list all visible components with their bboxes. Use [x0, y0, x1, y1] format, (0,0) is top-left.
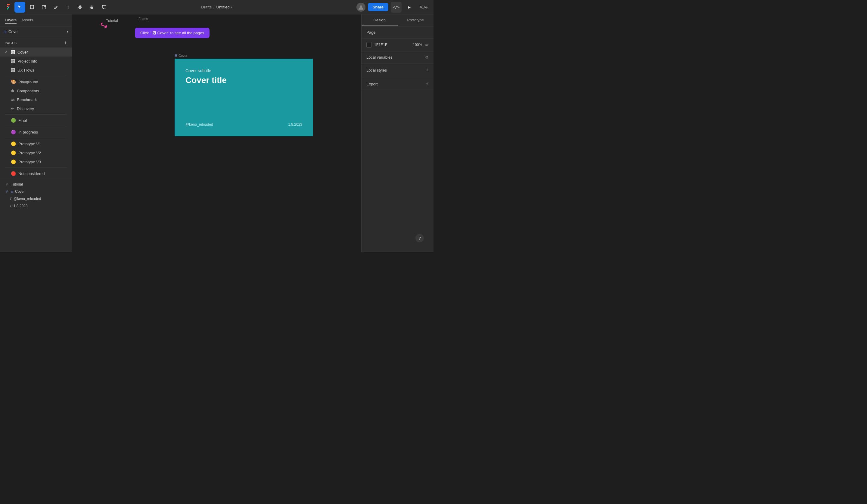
tutorial-tooltip: Click " 🖼 Cover" to see all the pages: [135, 28, 210, 38]
divider-1: [5, 76, 67, 76]
cover-frame-label: ⊞ Cover: [175, 54, 313, 57]
page-final-icon: 🟢: [11, 118, 16, 123]
page-components-label: Components: [17, 89, 39, 93]
layer-keno-label: @keno_reloaded: [13, 197, 41, 201]
add-page-button[interactable]: +: [64, 40, 67, 46]
page-not-considered-label: Not considered: [18, 172, 45, 176]
divider-2: [5, 114, 67, 114]
figma-logo[interactable]: [3, 2, 13, 12]
current-page-icon: ⊞: [3, 30, 7, 34]
page-label: Page: [366, 30, 375, 35]
layer-date-text[interactable]: T 1.8.2023: [0, 202, 72, 210]
frame-label: Frame: [138, 17, 148, 20]
page-item-cover[interactable]: ✓ 🖼 Cover: [0, 47, 72, 56]
svg-rect-0: [30, 6, 33, 9]
file-title[interactable]: Untitled ▾: [216, 5, 233, 9]
page-item-playground[interactable]: 🎨 Playground: [0, 77, 72, 86]
cover-date: 1.8.2023: [288, 122, 302, 127]
page-ux-flows-icon: 🖼: [11, 68, 15, 73]
zoom-level-button[interactable]: 41%: [417, 3, 430, 11]
layer-text-t-icon2: T: [10, 204, 12, 208]
page-benchmark-label: Benchmark: [17, 97, 37, 102]
page-prototype-v3-icon: 🟡: [11, 160, 16, 164]
page-prototype-v2-icon: 🟡: [11, 150, 16, 155]
layer-frame-grid-icon: #: [5, 190, 9, 193]
page-item-ux-flows[interactable]: 🖼 UX Flows: [0, 66, 72, 75]
visibility-toggle-button[interactable]: [425, 42, 429, 47]
local-styles-header: Local styles +: [366, 67, 429, 73]
layer-keno-text[interactable]: T @keno_reloaded: [0, 195, 72, 202]
page-item-prototype-v1[interactable]: 🟡 Prototype V1: [0, 139, 72, 148]
cover-footer: @keno_reloaded 1.8.2023: [185, 122, 302, 127]
page-cover-label: Cover: [18, 50, 28, 54]
avatar: [356, 3, 365, 12]
page-components-icon: ❄: [11, 88, 14, 93]
layer-cover-frame-icon: ⊞: [11, 190, 13, 193]
page-playground-label: Playground: [18, 80, 38, 84]
layer-date-label: 1.8.2023: [13, 204, 28, 208]
pen-tool-button[interactable]: [51, 2, 61, 13]
hand-tool-button[interactable]: [87, 2, 98, 13]
play-button[interactable]: ▶: [404, 2, 415, 13]
page-cover-icon: 🖼: [11, 50, 15, 54]
text-tool-button[interactable]: T: [63, 2, 74, 13]
comment-tool-button[interactable]: [99, 2, 109, 13]
add-local-style-button[interactable]: +: [425, 67, 429, 73]
help-button[interactable]: ?: [416, 234, 424, 242]
local-variables-settings-icon[interactable]: ⚙: [425, 55, 429, 59]
cover-frame-name: Cover: [179, 54, 187, 57]
page-item-benchmark[interactable]: 33 Benchmark: [0, 95, 72, 104]
local-variables-label: Local variables: [366, 55, 393, 59]
layers-section: # Tutorial # ⊞ Cover T @keno_reloaded T …: [0, 178, 72, 212]
divider-3: [5, 126, 67, 126]
page-item-prototype-v2[interactable]: 🟡 Prototype V2: [0, 148, 72, 157]
canvas-area[interactable]: Frame ↩ Tutorial Click " 🖼 Cover" to see…: [72, 14, 361, 252]
page-playground-icon: 🎨: [11, 79, 16, 84]
page-color-hex[interactable]: 1E1E1E: [374, 43, 410, 47]
components-tool-button[interactable]: [75, 2, 85, 13]
page-item-components[interactable]: ❄ Components: [0, 86, 72, 95]
page-section: Page: [362, 26, 434, 39]
right-panel-tabs: Design Prototype: [362, 14, 434, 26]
title-chevron-icon: ▾: [231, 6, 233, 9]
title-text: Untitled: [216, 5, 230, 9]
cover-author: @keno_reloaded: [185, 122, 213, 127]
page-color-row: 1E1E1E 100%: [362, 39, 434, 52]
page-item-in-progress[interactable]: 🟣 In progress: [0, 128, 72, 136]
text-tool-icon: T: [66, 4, 69, 10]
page-color-opacity[interactable]: 100%: [413, 43, 422, 47]
add-export-button[interactable]: +: [425, 81, 429, 87]
page-in-progress-label: In progress: [18, 130, 38, 134]
select-tool-button[interactable]: [14, 2, 25, 13]
local-styles-section: Local styles +: [362, 64, 434, 77]
layer-cover-label: Cover: [15, 189, 25, 194]
check-icon: ✓: [5, 51, 8, 54]
code-button[interactable]: </>: [391, 2, 402, 13]
drafts-link[interactable]: Drafts: [201, 5, 212, 9]
page-discovery-icon: ✏: [11, 106, 14, 111]
frame-tool-button[interactable]: [26, 2, 37, 13]
page-item-project-info[interactable]: 🖼 Project Info: [0, 56, 72, 66]
pages-label: Pages: [5, 41, 17, 45]
page-not-considered-icon: 🔴: [11, 171, 16, 176]
tab-design[interactable]: Design: [362, 14, 398, 26]
cover-frame[interactable]: Cover subtitle Cover title @keno_reloade…: [175, 59, 313, 136]
shape-tool-button[interactable]: [39, 2, 50, 13]
layer-cover-frame[interactable]: # ⊞ Cover: [0, 188, 72, 195]
page-item-not-considered[interactable]: 🔴 Not considered: [0, 169, 72, 178]
layer-tutorial-label: Tutorial: [11, 182, 23, 186]
page-item-discovery[interactable]: ✏ Discovery: [0, 104, 72, 113]
tab-prototype[interactable]: Prototype: [398, 14, 434, 26]
tab-layers[interactable]: Layers: [5, 17, 17, 24]
page-project-info-icon: 🖼: [11, 59, 15, 64]
share-button[interactable]: Share: [368, 3, 388, 11]
current-page-chevron-icon[interactable]: ▾: [67, 30, 68, 33]
page-item-prototype-v3[interactable]: 🟡 Prototype V3: [0, 157, 72, 166]
pages-list: ✓ 🖼 Cover 🖼 Project Info 🖼 UX Flows 🎨: [0, 47, 72, 252]
toolbar-center: Drafts / Untitled ▾: [201, 5, 232, 9]
tab-assets[interactable]: Assets: [21, 17, 33, 24]
layer-hash-icon: #: [5, 183, 9, 186]
page-item-final[interactable]: 🟢 Final: [0, 116, 72, 125]
page-color-swatch[interactable]: [366, 42, 372, 47]
toolbar-left: T: [3, 2, 109, 13]
